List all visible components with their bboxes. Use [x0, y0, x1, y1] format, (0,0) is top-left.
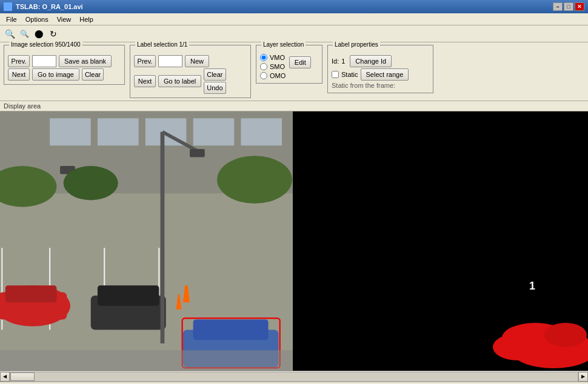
- zoom-out-icon[interactable]: 🔍: [4, 28, 16, 40]
- svg-rect-2: [50, 118, 91, 145]
- scroll-track[interactable]: [10, 372, 578, 382]
- scroll-thumb[interactable]: [10, 372, 35, 381]
- layer-omo-option[interactable]: OMO: [260, 72, 286, 79]
- layer-smo-radio[interactable]: [260, 63, 267, 70]
- undo-label-button[interactable]: Undo: [204, 82, 226, 94]
- layer-radio-group: VMO SMO OMO: [260, 54, 286, 79]
- go-to-image-button[interactable]: Go to image: [32, 68, 79, 81]
- next-image-button[interactable]: Next: [8, 68, 30, 81]
- label-selection-row2: Next Go to label Clear Undo: [134, 68, 247, 94]
- svg-rect-14: [5, 285, 56, 302]
- window-controls: – □ ✕: [553, 2, 584, 11]
- svg-rect-30: [293, 126, 588, 356]
- close-button[interactable]: ✕: [575, 2, 584, 11]
- window-title: TSLAB: O_RA_01.avi: [16, 3, 83, 10]
- label-selection-group: Label selection 1/1 Prev. New Next Go to…: [130, 45, 251, 98]
- horizontal-scrollbar[interactable]: ◀ ▶: [0, 371, 588, 382]
- controls-area: Image selection 950/1400 Prev. Save as b…: [0, 42, 588, 101]
- static-row: Static Select range: [332, 68, 429, 81]
- layer-vmo-option[interactable]: VMO: [260, 54, 286, 61]
- label-selection-title: Label selection 1/1: [135, 41, 189, 48]
- menu-bar: File Options View Help: [0, 13, 588, 25]
- svg-rect-3: [98, 118, 139, 145]
- image-selection-title: Image selection 950/1400: [9, 41, 82, 48]
- layer-selection-group: Layer selection VMO SMO OMO Edit: [256, 45, 322, 84]
- static-checkbox[interactable]: [332, 71, 339, 78]
- scroll-left-arrow[interactable]: ◀: [0, 372, 10, 382]
- scroll-right-arrow[interactable]: ▶: [578, 372, 588, 382]
- prev-label-button[interactable]: Prev.: [134, 55, 156, 67]
- app-icon: [4, 2, 12, 11]
- restore-button[interactable]: □: [564, 2, 573, 11]
- id-label: Id:: [332, 58, 339, 65]
- layer-selection-title: Layer selection: [261, 41, 306, 48]
- layer-smo-option[interactable]: SMO: [260, 63, 286, 70]
- svg-rect-6: [241, 118, 282, 145]
- parking-scene: [0, 111, 293, 371]
- svg-rect-25: [193, 320, 269, 340]
- svg-text:1: 1: [529, 280, 535, 292]
- menu-view[interactable]: View: [53, 15, 75, 24]
- label-id-row: Id: 1 Change Id: [332, 55, 429, 67]
- image-number-input[interactable]: [32, 55, 56, 67]
- svg-point-22: [64, 166, 118, 200]
- image-selection-row2: Next Go to image Clear: [8, 68, 121, 81]
- svg-rect-20: [190, 149, 205, 157]
- image-selection-group: Image selection 950/1400 Prev. Save as b…: [4, 45, 125, 85]
- prev-image-button[interactable]: Prev.: [8, 55, 30, 67]
- layer-vmo-radio[interactable]: [260, 54, 267, 61]
- static-label: Static: [341, 71, 358, 78]
- annotation-scene: 1: [293, 111, 588, 371]
- svg-point-36: [544, 323, 587, 347]
- next-label-button[interactable]: Next: [134, 75, 156, 87]
- svg-point-23: [217, 156, 292, 204]
- status-bar: GT data: [0, 382, 588, 384]
- label-selection-row1: Prev. New: [134, 55, 247, 67]
- zoom-in-icon[interactable]: 🔍: [18, 28, 30, 40]
- svg-rect-16: [98, 285, 159, 306]
- label-number-input[interactable]: [158, 55, 182, 67]
- menu-file[interactable]: File: [2, 15, 21, 24]
- toolbar: 🔍 🔍 ⬤ ↻: [0, 25, 588, 42]
- display-area-label: Display area: [0, 101, 588, 111]
- static-from-row: Static from the frame:: [332, 82, 429, 89]
- left-image-panel[interactable]: [0, 111, 293, 371]
- static-from-label: Static from the frame:: [332, 82, 395, 89]
- menu-options[interactable]: Options: [22, 15, 52, 24]
- save-as-blank-button[interactable]: Save as blank: [59, 55, 112, 67]
- label-properties-group: Label properties Id: 1 Change Id Static …: [327, 45, 433, 93]
- id-value: 1: [341, 58, 345, 65]
- main-content: 1 ◀ ▶: [0, 111, 588, 382]
- title-bar: TSLAB: O_RA_01.avi – □ ✕: [0, 0, 588, 13]
- new-label-button[interactable]: New: [185, 55, 209, 67]
- refresh-icon[interactable]: ↻: [47, 28, 59, 40]
- svg-rect-5: [193, 118, 235, 145]
- select-range-button[interactable]: Select range: [361, 68, 409, 81]
- change-id-button[interactable]: Change Id: [350, 55, 392, 67]
- clear-image-button[interactable]: Clear: [82, 68, 104, 81]
- menu-help[interactable]: Help: [76, 15, 97, 24]
- svg-rect-29: [0, 350, 293, 371]
- image-selection-row1: Prev. Save as blank: [8, 55, 121, 67]
- label-properties-title: Label properties: [333, 41, 380, 48]
- cursor-icon[interactable]: ⬤: [33, 28, 45, 40]
- layer-omo-radio[interactable]: [260, 72, 267, 79]
- minimize-button[interactable]: –: [553, 2, 563, 11]
- go-to-label-button[interactable]: Go to label: [158, 75, 201, 87]
- right-image-panel[interactable]: 1: [293, 111, 588, 371]
- image-panels: 1: [0, 111, 588, 371]
- edit-layer-button[interactable]: Edit: [289, 56, 311, 68]
- clear-label-button[interactable]: Clear: [204, 68, 226, 81]
